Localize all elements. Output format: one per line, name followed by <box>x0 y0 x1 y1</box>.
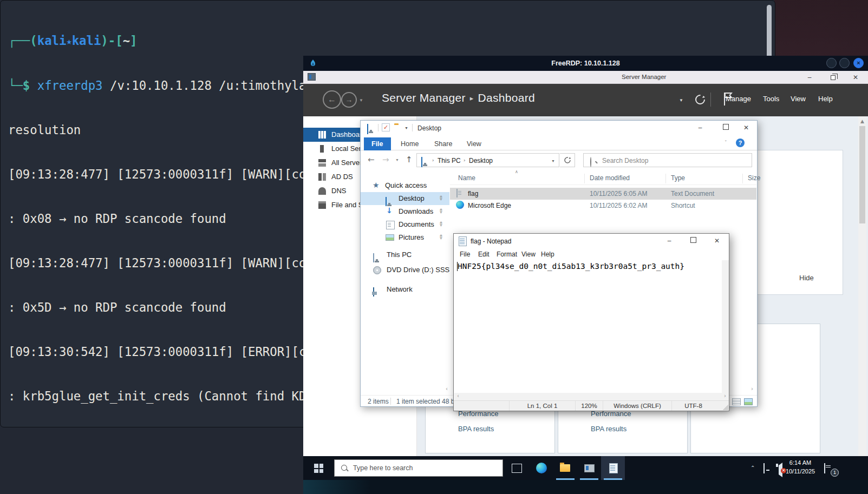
file-row-flag[interactable]: flag 10/11/2025 6:05 AM Text Document <box>450 188 756 200</box>
refresh-button[interactable] <box>560 153 575 167</box>
menu-help[interactable]: Help <box>541 251 554 258</box>
tray-clock-time[interactable]: 6:14 AM <box>784 459 817 466</box>
tile-link-bpa-results[interactable]: BPA results <box>591 425 626 433</box>
explorer-qat-check-icon[interactable]: ✓ <box>382 123 390 131</box>
server-manager-titlebar[interactable]: Server Manager – ✕ <box>303 71 868 84</box>
ad-ds-icon <box>318 173 326 181</box>
tile-link-bpa-results[interactable]: BPA results <box>458 425 494 433</box>
notepad-text-area[interactable]: HNF25{pl34se_d0_n0t_di5ab13_k3rb3r0a5t_p… <box>454 260 722 393</box>
taskbar-explorer[interactable] <box>553 456 577 480</box>
tab-file[interactable]: File <box>364 137 391 150</box>
column-header-name[interactable]: Name <box>458 174 475 182</box>
nav-item-quick-access[interactable]: ★ Quick access <box>361 179 449 192</box>
notifications-caret-icon[interactable]: ▼ <box>679 98 683 103</box>
freerdp-maximize-button[interactable] <box>839 58 850 68</box>
task-view-button[interactable] <box>505 456 528 480</box>
explorer-help-icon[interactable]: ? <box>736 139 745 147</box>
tab-home[interactable]: Home <box>393 137 426 150</box>
back-icon[interactable]: ← <box>323 90 341 109</box>
nav-history-caret-icon[interactable]: ▼ <box>359 98 363 103</box>
menu-manage[interactable]: Manage <box>726 95 751 103</box>
tray-clock-date[interactable]: 10/11/2025 <box>784 468 817 475</box>
column-header-type[interactable]: Type <box>671 174 685 182</box>
nav-item-pictures[interactable]: Pictures ✎ <box>361 231 449 244</box>
notepad-close-button[interactable]: ✕ <box>705 234 729 248</box>
server-manager-header: ← → ▼ Server Manager▸Dashboard ▼ Manage … <box>303 84 868 116</box>
qat-customize-caret-icon[interactable]: ▼ <box>404 126 408 130</box>
column-header-size[interactable]: Size <box>748 174 760 182</box>
explorer-address-row: ← → ▼ ↑ › This PC › Desktop ▼ Search Des… <box>361 150 757 169</box>
explorer-titlebar[interactable]: ✓ ▼ Desktop – ✕ <box>361 121 757 136</box>
action-center-button[interactable] <box>824 464 825 473</box>
taskbar-edge[interactable] <box>530 456 553 480</box>
resize-grip[interactable] <box>723 405 728 410</box>
tray-network-icon[interactable] <box>763 463 765 473</box>
nav-item-this-pc[interactable]: This PC <box>361 248 449 261</box>
menu-file[interactable]: File <box>460 251 470 258</box>
column-header-date[interactable]: Date modified <box>590 174 630 182</box>
explorer-up-icon[interactable]: ↑ <box>406 155 413 164</box>
sm-restore-button[interactable] <box>822 71 844 84</box>
notepad-minimize-button[interactable]: – <box>657 234 681 248</box>
breadcrumb-root[interactable]: Server Manager <box>382 91 466 104</box>
explorer-back-icon[interactable]: ← <box>368 155 375 164</box>
hscroll-left-icon[interactable]: ‹ <box>457 393 459 399</box>
taskbar-notepad[interactable] <box>601 456 625 480</box>
menu-view[interactable]: View <box>521 251 536 258</box>
details-view-icon[interactable] <box>732 398 741 405</box>
downloads-icon: ↓ <box>386 204 394 212</box>
explorer-qat-pc-icon[interactable] <box>367 124 368 134</box>
tab-view[interactable]: View <box>459 137 489 150</box>
file-date: 10/11/2025 6:05 AM <box>590 190 648 197</box>
sm-scrollbar[interactable]: ▲ ▼ <box>858 116 866 463</box>
file-row-edge[interactable]: Microsoft Edge 10/11/2025 6:02 AM Shortc… <box>450 200 756 212</box>
menu-help[interactable]: Help <box>818 95 833 103</box>
sm-scrollbar-thumb[interactable] <box>859 126 865 223</box>
filelist-scroll-right-icon[interactable]: › <box>751 386 753 392</box>
notepad-maximize-button[interactable] <box>681 234 705 248</box>
tray-overflow-icon[interactable]: ⌃ <box>750 465 755 471</box>
address-bar[interactable]: › This PC › Desktop ▼ <box>416 153 559 167</box>
address-crumb-desktop[interactable]: Desktop <box>469 157 493 164</box>
freerdp-titlebar[interactable]: FreeRDP: 10.10.1.128 × <box>303 56 868 71</box>
refresh-icon[interactable] <box>694 94 706 106</box>
sm-close-button[interactable]: ✕ <box>845 71 866 84</box>
notepad-titlebar[interactable]: flag - Notepad – ✕ <box>454 234 729 249</box>
start-button[interactable] <box>303 456 327 480</box>
menu-edit[interactable]: Edit <box>478 251 490 258</box>
taskbar-server-manager[interactable] <box>577 456 601 480</box>
explorer-close-button[interactable]: ✕ <box>736 121 756 135</box>
recent-locations-caret-icon[interactable]: ▼ <box>395 158 399 162</box>
ribbon-collapse-icon[interactable]: ˇ <box>725 140 727 146</box>
documents-icon <box>386 221 395 229</box>
menu-tools[interactable]: Tools <box>763 95 779 103</box>
freerdp-close-button[interactable]: × <box>853 58 864 68</box>
notepad-hscrollbar[interactable]: ‹ › <box>454 393 729 400</box>
tab-share[interactable]: Share <box>427 137 460 150</box>
navpane-scroll-left-icon[interactable]: ‹ <box>446 386 448 392</box>
taskbar-search[interactable]: Type here to search <box>334 459 503 477</box>
nav-item-documents[interactable]: Documents ✎ <box>361 218 449 231</box>
notepad-vscrollbar[interactable] <box>722 260 729 393</box>
menu-view[interactable]: View <box>791 95 806 103</box>
nav-item-dvd-drive[interactable]: DVD Drive (D:) SSS_X6 <box>361 264 449 276</box>
search-box[interactable]: Search Desktop <box>583 153 752 167</box>
menu-format[interactable]: Format <box>497 251 517 258</box>
welcome-hide-link[interactable]: Hide <box>799 274 814 282</box>
action-center-icon <box>824 463 825 473</box>
nav-item-desktop[interactable]: Desktop ✎ <box>361 192 449 205</box>
hscroll-right-icon[interactable]: › <box>724 393 726 399</box>
address-crumb-thispc[interactable]: This PC <box>438 157 461 164</box>
nav-item-network[interactable]: Network <box>361 283 449 296</box>
nav-item-downloads[interactable]: ↓ Downloads ✎ <box>361 205 449 218</box>
freerdp-minimize-button[interactable] <box>826 58 837 68</box>
task-view-icon <box>512 464 522 473</box>
forward-icon[interactable]: → <box>341 92 357 108</box>
sm-minimize-button[interactable]: – <box>799 71 820 84</box>
explorer-minimize-button[interactable]: – <box>690 121 710 135</box>
explorer-forward-icon[interactable]: → <box>382 155 389 164</box>
explorer-maximize-button[interactable] <box>715 121 736 135</box>
address-dropdown-caret-icon[interactable]: ▼ <box>551 159 555 163</box>
scroll-up-icon[interactable]: ▲ <box>858 118 866 124</box>
thumbnail-view-icon[interactable] <box>744 398 753 405</box>
